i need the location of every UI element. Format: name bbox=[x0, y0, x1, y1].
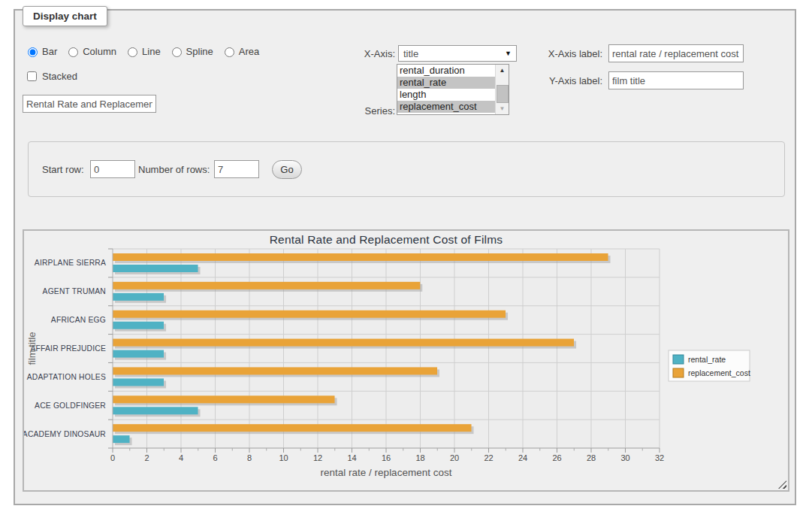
start-row-input[interactable] bbox=[90, 160, 135, 178]
chart-type-option-bar[interactable]: Bar bbox=[24, 45, 57, 57]
x-tick-label: 14 bbox=[347, 453, 356, 462]
series-option-rental-rate[interactable]: rental_rate bbox=[397, 77, 496, 89]
chart-type-radio-area[interactable] bbox=[225, 47, 234, 57]
x-axis-selected-value: title bbox=[403, 48, 418, 59]
y-axis-title: film title bbox=[26, 332, 38, 365]
num-rows-input[interactable] bbox=[214, 160, 259, 178]
stacked-group: Stacked bbox=[24, 69, 77, 83]
bar-replacement_cost[interactable] bbox=[113, 395, 335, 403]
x-axis-select[interactable]: title ▼ bbox=[398, 45, 517, 62]
row-range-box: Start row: Number of rows: Go bbox=[28, 141, 785, 197]
x-axis-ticks bbox=[113, 448, 660, 453]
bar-chart-svg: 02468101214161820222426283032AIRPLANE SI… bbox=[24, 231, 788, 490]
x-axis-select-label: X-Axis: bbox=[324, 48, 395, 59]
x-tick-label: 4 bbox=[179, 453, 183, 462]
bar-replacement_cost[interactable] bbox=[113, 424, 472, 432]
x-axis-label-label: X-Axis label: bbox=[541, 48, 602, 59]
chart-container: 02468101214161820222426283032AIRPLANE SI… bbox=[23, 229, 789, 492]
x-tick-label: 30 bbox=[620, 453, 629, 462]
chart-type-option-column[interactable]: Column bbox=[65, 45, 116, 57]
legend-swatch-rental_rate bbox=[673, 355, 684, 364]
scroll-up-icon[interactable]: ▲ bbox=[496, 65, 509, 76]
x-tick-label: 28 bbox=[587, 453, 596, 462]
start-row-label: Start row: bbox=[42, 164, 84, 175]
chart-type-label: Column bbox=[83, 46, 116, 57]
x-tick-label: 12 bbox=[313, 453, 322, 462]
x-tick-label: 26 bbox=[552, 453, 561, 462]
y-axis-ticks bbox=[108, 249, 113, 448]
dropdown-arrow-icon: ▼ bbox=[505, 50, 512, 57]
bar-replacement_cost[interactable] bbox=[113, 311, 506, 318]
bar-rental_rate[interactable] bbox=[113, 378, 164, 386]
scrollbar-thumb[interactable] bbox=[497, 85, 509, 103]
x-tick-label: 2 bbox=[144, 453, 149, 462]
x-tick-label: 6 bbox=[213, 453, 217, 462]
stacked-label: Stacked bbox=[42, 71, 77, 82]
bar-rental_rate[interactable] bbox=[113, 322, 164, 329]
category-label: AFRICAN EGG bbox=[51, 316, 106, 324]
bar-rental_rate[interactable] bbox=[113, 293, 164, 301]
chart-type-label: Spline bbox=[186, 46, 213, 57]
chart-title: Rental Rate and Replacement Cost of Film… bbox=[270, 233, 503, 246]
x-tick-label: 16 bbox=[382, 453, 391, 462]
category-label: ACE GOLDFINGER bbox=[35, 401, 106, 410]
category-label: ACADEMY DINOSAUR bbox=[24, 430, 106, 438]
x-tick-label: 20 bbox=[450, 453, 459, 462]
chart-type-option-spline[interactable]: Spline bbox=[168, 45, 213, 57]
series-scrollbar[interactable]: ▲ ▼ bbox=[495, 65, 509, 114]
series-options: rental_duration rental_rate length repla… bbox=[397, 65, 496, 114]
x-tick-label: 0 bbox=[110, 453, 115, 462]
x-axis-label-input[interactable] bbox=[608, 44, 744, 62]
chart-type-radio-line[interactable] bbox=[128, 47, 137, 57]
scroll-down-icon[interactable]: ▼ bbox=[496, 103, 509, 114]
y-axis-label-input[interactable] bbox=[608, 71, 744, 89]
bar-rental_rate[interactable] bbox=[113, 407, 198, 414]
category-label: ADAPTATION HOLES bbox=[27, 373, 106, 381]
series-select-label: Series: bbox=[324, 105, 395, 117]
panel-legend: Display chart bbox=[23, 6, 107, 26]
display-chart-panel: Display chart Bar Column Line Spline Are… bbox=[14, 9, 796, 505]
bar-rental_rate[interactable] bbox=[113, 350, 164, 358]
chart-title-input[interactable] bbox=[23, 95, 156, 113]
go-button[interactable]: Go bbox=[272, 160, 302, 179]
bar-replacement_cost[interactable] bbox=[113, 282, 420, 289]
legend-label: rental_rate bbox=[688, 355, 726, 364]
chart-type-label: Line bbox=[142, 46, 161, 57]
series-option-rental-duration[interactable]: rental_duration bbox=[397, 65, 496, 77]
x-tick-label: 8 bbox=[247, 453, 252, 462]
bar-chart: 02468101214161820222426283032AIRPLANE SI… bbox=[24, 231, 788, 492]
stacked-checkbox[interactable] bbox=[27, 71, 37, 81]
chart-type-radio-column[interactable] bbox=[68, 47, 78, 57]
series-option-length[interactable]: length bbox=[397, 89, 496, 101]
chart-type-radio-spline[interactable] bbox=[172, 47, 182, 57]
x-tick-label: 10 bbox=[279, 453, 288, 462]
bar-replacement_cost[interactable] bbox=[113, 253, 608, 261]
legend-swatch-replacement_cost bbox=[673, 368, 684, 377]
x-axis-title: rental rate / replacement cost bbox=[321, 467, 452, 478]
chart-type-radio-bar[interactable] bbox=[28, 47, 38, 57]
chart-type-option-area[interactable]: Area bbox=[221, 45, 259, 57]
chart-type-label: Area bbox=[239, 46, 259, 57]
bar-replacement_cost[interactable] bbox=[113, 339, 574, 347]
category-label: AGENT TRUMAN bbox=[43, 287, 106, 295]
category-label: AIRPLANE SIERRA bbox=[35, 259, 106, 267]
x-tick-label: 18 bbox=[415, 453, 424, 462]
bar-rental_rate[interactable] bbox=[113, 265, 198, 272]
num-rows-label: Number of rows: bbox=[138, 164, 210, 175]
chart-type-option-line[interactable]: Line bbox=[124, 45, 161, 57]
x-tick-label: 24 bbox=[518, 453, 527, 462]
y-axis-label-label: Y-Axis label: bbox=[541, 75, 602, 86]
chart-type-group: Bar Column Line Spline Area bbox=[24, 45, 264, 57]
x-tick-label: 22 bbox=[484, 453, 493, 462]
x-tick-label: 32 bbox=[655, 453, 664, 462]
category-label: AFFAIR PREJUDICE bbox=[31, 344, 106, 353]
series-listbox[interactable]: rental_duration rental_rate length repla… bbox=[397, 64, 509, 115]
chart-type-label: Bar bbox=[42, 46, 57, 57]
bar-replacement_cost[interactable] bbox=[113, 367, 437, 374]
series-option-replacement-cost[interactable]: replacement_cost bbox=[397, 101, 496, 113]
legend-label: replacement_cost bbox=[688, 368, 750, 377]
bar-rental_rate[interactable] bbox=[113, 435, 130, 443]
